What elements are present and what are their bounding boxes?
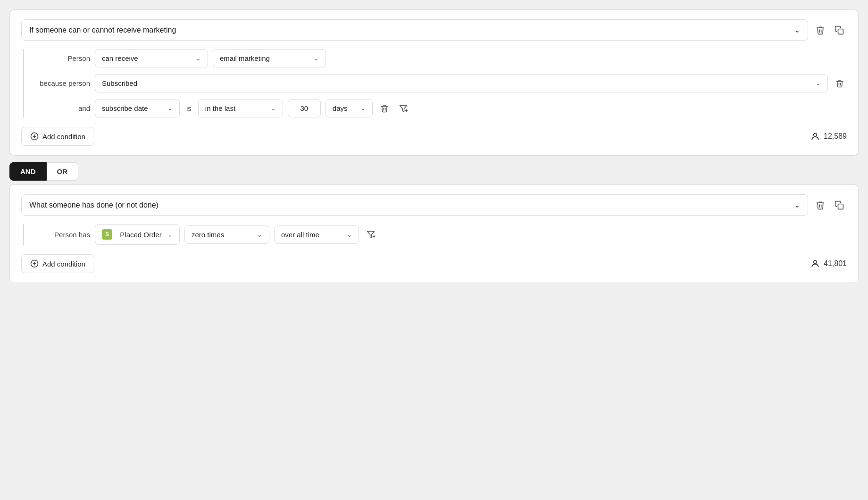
block-1-count: 12,589 bbox=[824, 132, 847, 141]
block-1-count-display: 12,589 bbox=[810, 132, 847, 141]
segment-block-1: If someone can or cannot receive marketi… bbox=[9, 9, 859, 156]
segment-block-2: What someone has done (or not done) ⌄ Pe… bbox=[9, 184, 859, 283]
block-2-condition-row-1: Person has S Placed Order ⌄ zero times ⌄… bbox=[33, 224, 847, 245]
block-1-add-condition-button[interactable]: Add condition bbox=[21, 127, 94, 146]
and-button[interactable]: AND bbox=[9, 162, 47, 181]
block-1-row3-select3[interactable]: days ⌄ bbox=[326, 99, 373, 117]
block-1-row2-delete-button[interactable] bbox=[833, 76, 847, 91]
block-1-row1-select2[interactable]: email marketing ⌄ bbox=[213, 49, 326, 67]
block-2-title-dropdown[interactable]: What someone has done (or not done) ⌄ bbox=[21, 194, 808, 216]
block-1-row2-select1[interactable]: Subscribed ⌄ bbox=[95, 74, 828, 92]
block-1-actions bbox=[813, 23, 847, 38]
block-2-row1-select2-chevron: ⌄ bbox=[257, 231, 262, 238]
block-2-row1-select2-value: zero times bbox=[192, 231, 224, 239]
block-2-row1-select3-value: over all time bbox=[281, 231, 319, 239]
block-1-row3-select2-value: in the last bbox=[205, 104, 235, 112]
block-1-row3-operator: is bbox=[186, 104, 192, 112]
block-2-row1-select3[interactable]: over all time ⌄ bbox=[274, 225, 359, 244]
block-2-row1-label: Person has bbox=[33, 231, 90, 239]
block-2-actions bbox=[813, 198, 847, 213]
block-1-row2-select1-value: Subscribed bbox=[102, 79, 137, 87]
block-1-row3-select1-value: subscribe date bbox=[102, 104, 148, 112]
block-1-condition-row-2: because person Subscribed ⌄ bbox=[33, 74, 847, 92]
svg-rect-8 bbox=[838, 204, 843, 209]
block-2-delete-button[interactable] bbox=[813, 198, 828, 213]
block-1-add-condition-label: Add condition bbox=[42, 133, 85, 141]
block-1-row3-select2[interactable]: in the last ⌄ bbox=[198, 99, 283, 117]
block-1-row3-select1[interactable]: subscribe date ⌄ bbox=[95, 99, 180, 117]
block-1-row3-number-input[interactable]: 30 bbox=[288, 99, 321, 117]
block-1-row2-label: because person bbox=[33, 79, 90, 87]
block-1-condition-row-3: and subscribe date ⌄ is in the last ⌄ 30… bbox=[33, 99, 847, 117]
block-1-row3-select2-chevron: ⌄ bbox=[271, 105, 276, 112]
block-2-copy-button[interactable] bbox=[832, 198, 847, 213]
block-2-row1-select1-value: Placed Order bbox=[120, 231, 161, 239]
block-2-title-text: What someone has done (or not done) bbox=[29, 201, 159, 209]
block-1-row3-label: and bbox=[33, 104, 90, 112]
block-1-row1-label: Person bbox=[33, 54, 90, 62]
svg-point-7 bbox=[814, 133, 817, 136]
block-2-row1-filter-button[interactable] bbox=[364, 227, 378, 242]
block-2-add-condition-button[interactable]: Add condition bbox=[21, 254, 94, 273]
block-2-add-condition-label: Add condition bbox=[42, 260, 85, 268]
block-1-row1-select2-chevron: ⌄ bbox=[314, 55, 319, 62]
or-button[interactable]: OR bbox=[47, 162, 79, 181]
and-or-connector: AND OR bbox=[9, 162, 859, 181]
block-1-row3-select3-value: days bbox=[333, 104, 348, 112]
block-1-conditions: Person can receive ⌄ email marketing ⌄ b… bbox=[23, 49, 847, 117]
block-1-row3-delete-button[interactable] bbox=[377, 101, 392, 116]
block-1-footer: Add condition 12,589 bbox=[21, 127, 847, 146]
block-2-chevron-icon: ⌄ bbox=[794, 200, 800, 209]
block-1-condition-row-1: Person can receive ⌄ email marketing ⌄ bbox=[33, 49, 847, 67]
block-2-count: 41,801 bbox=[824, 259, 847, 268]
block-2-row1-select1[interactable]: S Placed Order ⌄ bbox=[95, 224, 180, 245]
block-1-row3-filter-button[interactable] bbox=[396, 101, 410, 116]
block-2-row1-select1-chevron: ⌄ bbox=[167, 231, 173, 238]
block-2-count-display: 41,801 bbox=[810, 259, 847, 268]
block-1-row2-select1-chevron: ⌄ bbox=[816, 80, 821, 87]
block-2-conditions: Person has S Placed Order ⌄ zero times ⌄… bbox=[23, 224, 847, 245]
block-header-2: What someone has done (or not done) ⌄ bbox=[21, 194, 847, 216]
block-1-row3-select3-chevron: ⌄ bbox=[360, 105, 366, 112]
block-1-copy-button[interactable] bbox=[832, 23, 847, 38]
block-1-row3-select1-chevron: ⌄ bbox=[167, 105, 173, 112]
shopify-icon: S bbox=[102, 229, 112, 240]
block-1-title-dropdown[interactable]: If someone can or cannot receive marketi… bbox=[21, 19, 808, 41]
block-1-chevron-icon: ⌄ bbox=[794, 25, 800, 34]
block-1-delete-button[interactable] bbox=[813, 23, 828, 38]
block-1-title-text: If someone can or cannot receive marketi… bbox=[29, 26, 176, 34]
svg-rect-0 bbox=[838, 29, 843, 34]
block-2-row1-select3-chevron: ⌄ bbox=[347, 231, 352, 238]
block-2-row1-select2[interactable]: zero times ⌄ bbox=[184, 225, 269, 244]
svg-point-15 bbox=[814, 260, 817, 264]
block-1-row1-select1-chevron: ⌄ bbox=[196, 55, 201, 62]
block-1-row1-select1[interactable]: can receive ⌄ bbox=[95, 49, 208, 67]
block-1-row1-select1-value: can receive bbox=[102, 54, 138, 62]
block-1-row1-select2-value: email marketing bbox=[220, 54, 270, 62]
block-header-1: If someone can or cannot receive marketi… bbox=[21, 19, 847, 41]
block-2-footer: Add condition 41,801 bbox=[21, 254, 847, 273]
